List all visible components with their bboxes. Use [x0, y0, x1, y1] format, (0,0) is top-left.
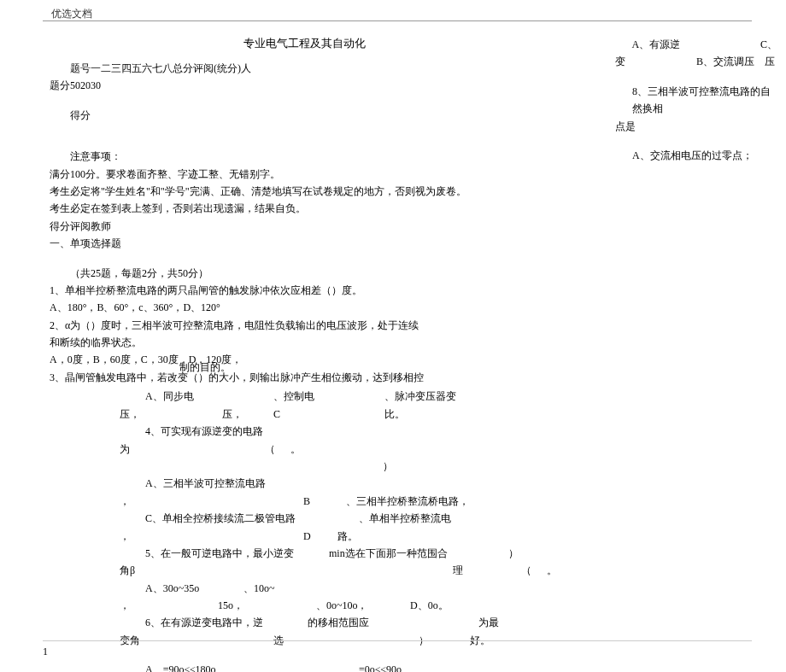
q5-opts-row1: A、30o~35o 、10o~ — [111, 580, 581, 597]
q5-r4c: 、0o~10o， — [316, 597, 410, 614]
q8-opt-a: A、交流相电压的过零点； — [632, 147, 777, 164]
q4-r2a: 为 — [120, 441, 265, 458]
q5-r2a: 角β — [120, 562, 453, 579]
question-8: 8、三相半波可控整流电路的自然换相 — [632, 83, 777, 118]
content-left: 题号一二三四五六七八总分评阅(统分)人 题分502030 得分 注意事项： 满分… — [50, 60, 562, 386]
q6-opts-row1: A、=90o≤≤180o =0o≤≤90o — [111, 661, 581, 672]
q3-options-row2: 压， 压， C 比。 — [111, 406, 581, 423]
q4d-r2c: 路。 — [337, 528, 358, 545]
q3-opt-b: 、控制电 — [273, 388, 384, 405]
q7a-end: C、 — [760, 36, 777, 53]
notice-1: 满分100分。要求卷面齐整、字迹工整、无错别字。 — [50, 166, 562, 183]
q4c: C、单相全控桥接续流二极管电路 — [145, 510, 359, 527]
q4-spacer: ） — [111, 458, 581, 475]
question-2-cont: 和断续的临界状态。 — [50, 334, 562, 351]
q5-row2: 角β 理 （ 。 — [111, 562, 581, 579]
header-label: 优选文档 — [51, 7, 92, 21]
q3-r2c: C — [273, 406, 384, 423]
notice-2: 考生必定将"学生姓名"和"学号"完满、正确、清楚地填写在试卷规定的地方，否则视为… — [50, 183, 562, 200]
q4b-pre: ， — [120, 493, 303, 510]
q4b-lbl: B — [303, 493, 346, 510]
q8-cont: 点是 — [615, 118, 777, 135]
q3-options-row1: A、同步电 、控制电 、脉冲变压器变 — [111, 388, 581, 405]
q3-opt-a: A、同步电 — [145, 388, 273, 405]
q5-r2b: 理 — [453, 562, 521, 579]
q4-opt-a: A、三相半波可控整流电路 — [145, 475, 581, 492]
q4-opt-c-row: C、单相全控桥接续流二极管电路 、单相半控桥整流电 — [111, 510, 581, 527]
q5-opts-row2: ， 15o， 、0o~10o， D、0o。 — [111, 597, 581, 614]
q5-r4b: 15o， — [218, 597, 316, 614]
mid-section: 制的目的。 A、同步电 、控制电 、脉冲变压器变 压， 压， C 比。 4、可实… — [111, 359, 581, 672]
q6-row1: 6、在有源逆变电路中，逆 的移相范围应 为最 — [111, 614, 581, 631]
q3-r2b: 压， — [222, 406, 273, 423]
q6c: 为最 — [478, 614, 499, 631]
q3-opt-c: 、脉冲变压器变 — [384, 388, 456, 405]
q3-cont: 制的目的。 — [179, 359, 581, 376]
q3-r2d: 比。 — [384, 406, 405, 423]
q3-r2a: 压， — [120, 406, 222, 423]
q7a: A、有源逆 — [631, 36, 760, 53]
q7-r2a: 变 — [615, 53, 696, 70]
q5: 5、在一般可逆电路中，最小逆变 — [145, 545, 329, 562]
q7-opt-row2: 变 B、交流调压 压 — [615, 53, 777, 70]
q7-r2b: B、交流调压 — [696, 53, 765, 70]
question-2: 2、α为（）度时，三相半波可控整流电路，电阻性负载输出的电压波形，处于连续 — [50, 317, 562, 334]
q6a: A、=90o≤≤180o — [145, 661, 359, 672]
q4d-r2b: D — [303, 528, 337, 545]
score-line: 题分502030 — [50, 77, 562, 94]
q4d-r2a: ， — [120, 528, 303, 545]
page-number: 1 — [43, 646, 48, 658]
header-divider — [43, 20, 752, 21]
q4-opt-b-row: ， B 、三相半控桥整流桥电路， — [111, 493, 581, 510]
q7-r2c: 压 — [765, 53, 775, 70]
question-intro: （共25题，每题2分，共50分） — [50, 265, 562, 282]
footer-divider — [43, 640, 752, 641]
q4b: 、三相半控桥整流桥电路， — [346, 493, 469, 510]
document-title: 专业电气工程及其自动化 — [243, 36, 366, 51]
q5-r2d: 。 — [547, 562, 557, 579]
q6: 6、在有源逆变电路中，逆 — [145, 614, 308, 631]
q5b-opt: 、10o~ — [243, 580, 275, 597]
q4-r2c: 。 — [290, 441, 301, 458]
q5-r4d: D、0o。 — [410, 597, 449, 614]
section-1-title: 一、单项选择题 — [50, 235, 562, 252]
q5a: A、30o~35o — [145, 580, 243, 597]
question-1-options: A、180°，B、60°，c、360°，D、120° — [50, 299, 562, 316]
q4-row2: 为 （ 。 — [111, 441, 581, 458]
q6b: 的移相范围应 — [308, 614, 478, 631]
score-reviewer: 得分评阅教师 — [50, 218, 562, 235]
content-right: A、有源逆 C、 变 B、交流调压 压 8、三相半波可控整流电路的自然换相 点是… — [615, 36, 777, 164]
q4-opt-d-row2: ， D 路。 — [111, 528, 581, 545]
q4d: 、单相半控桥整流电 — [359, 510, 451, 527]
question-1: 1、单相半控桥整流电路的两只晶闸管的触发脉冲依次应相差（）度。 — [50, 282, 562, 299]
q6b-mid: =0o≤≤90o — [359, 661, 402, 672]
q4-r2b: （ — [265, 441, 290, 458]
exam-header-line: 题号一二三四五六七八总分评阅(统分)人 — [50, 60, 562, 77]
q5b: min选在下面那一种范围合 — [329, 545, 508, 562]
q5-r4a: ， — [120, 597, 218, 614]
question-4: 4、可实现有源逆变的电路 — [145, 423, 581, 440]
notice-3: 考生必定在签到表上签到，否则若出现遗漏，结果自负。 — [50, 200, 562, 217]
score-label: 得分 — [50, 107, 562, 124]
q5c: ） — [508, 545, 519, 562]
q5-row1: 5、在一般可逆电路中，最小逆变 min选在下面那一种范围合 ） — [111, 545, 581, 562]
notice-title: 注意事项： — [50, 148, 562, 165]
q5-r2c: （ — [521, 562, 547, 579]
q7-opt-a-row: A、有源逆 C、 — [615, 36, 777, 53]
